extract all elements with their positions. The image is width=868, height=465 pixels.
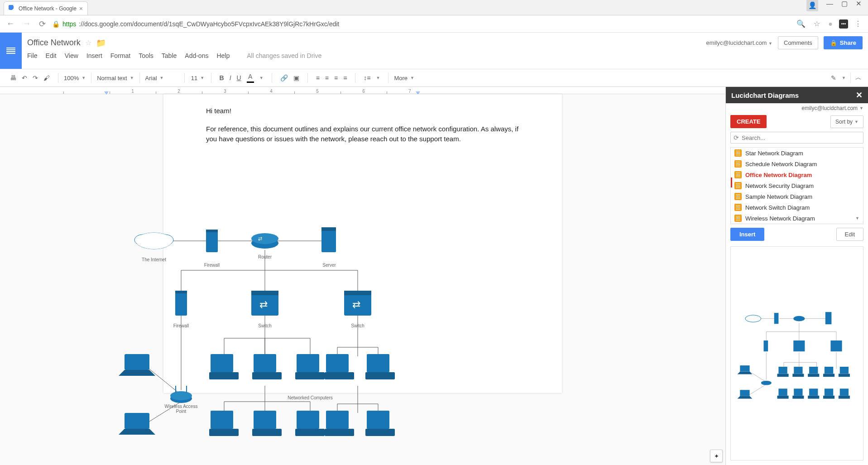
svg-rect-92 (778, 388, 787, 395)
svg-rect-94 (794, 388, 802, 395)
menu-table[interactable]: Table (162, 52, 177, 59)
close-panel-icon[interactable]: ✕ (856, 90, 863, 100)
paint-format-icon[interactable]: 🖌 (41, 72, 53, 83)
collapse-toolbar-icon[interactable]: ︿ (853, 72, 864, 84)
comment-icon[interactable]: ▣ (291, 72, 302, 83)
svg-marker-37 (119, 370, 155, 376)
extension-icon[interactable]: ••• (839, 19, 848, 29)
selection-indicator (731, 177, 732, 187)
menu-help[interactable]: Help (216, 52, 230, 59)
browser-tab[interactable]: Office Network - Google × (4, 1, 88, 15)
sort-by-button[interactable]: Sort by▼ (830, 115, 863, 128)
svg-rect-22 (321, 227, 336, 252)
search-box[interactable]: ⟳ (730, 132, 863, 144)
align-center-icon[interactable]: ≡ (322, 72, 331, 83)
zoom-dropdown[interactable]: 100%▼ (60, 73, 89, 83)
share-button[interactable]: 🔒 Share (824, 36, 863, 49)
svg-rect-52 (254, 411, 276, 429)
document-title[interactable]: Office Network (27, 38, 81, 48)
menu-tools[interactable]: Tools (139, 52, 153, 59)
refresh-icon[interactable]: ⟳ (734, 134, 739, 141)
align-left-icon[interactable]: ≡ (313, 72, 322, 83)
line-spacing-icon[interactable]: ↕≡ (361, 72, 373, 83)
extension-dot-icon[interactable]: ● (826, 20, 834, 28)
insert-button[interactable]: Insert (730, 228, 764, 241)
svg-rect-83 (777, 374, 789, 377)
explore-button[interactable]: ✦ (710, 450, 723, 462)
save-status: All changes saved in Drive (247, 52, 321, 59)
lucidchart-user-menu[interactable]: emilyc@lucidchart.com▼ (726, 103, 868, 113)
menu-edit[interactable]: Edit (46, 52, 57, 59)
lock-share-icon: 🔒 (830, 39, 837, 46)
more-toolbar-dropdown[interactable]: More▼ (390, 73, 418, 83)
svg-rect-56 (326, 411, 349, 429)
docs-toolbar: 🖶 ↶ ↷ 🖌 100%▼ Normal text▼ Arial▼ 11▼ B … (0, 69, 868, 87)
print-icon[interactable]: 🖶 (7, 72, 19, 83)
diagram-thumb-icon (734, 149, 742, 157)
account-icon[interactable]: 👤 (806, 0, 818, 11)
font-dropdown[interactable]: Arial▼ (142, 73, 182, 83)
docs-home-button[interactable] (0, 33, 22, 69)
svg-rect-36 (125, 354, 149, 370)
list-item-selected[interactable]: Office Network Diagram (731, 169, 863, 180)
svg-rect-93 (777, 395, 789, 398)
align-right-icon[interactable]: ≡ (331, 72, 340, 83)
align-justify-icon[interactable]: ≡ (340, 72, 350, 83)
svg-rect-54 (297, 411, 319, 429)
minimize-icon[interactable]: — (826, 0, 833, 11)
doc-greeting[interactable]: Hi team! (206, 106, 519, 116)
star-document-icon[interactable]: ☆ (85, 38, 91, 47)
diagram-list[interactable]: Star Network Diagram Schedule Network Di… (730, 147, 863, 224)
menu-addons[interactable]: Add-ons (185, 52, 208, 59)
close-window-icon[interactable]: ✕ (856, 0, 862, 11)
list-item[interactable]: Sample Network Diagram (731, 191, 863, 202)
forward-icon[interactable]: → (21, 19, 33, 29)
back-icon[interactable]: ← (5, 19, 16, 29)
search-input[interactable] (742, 134, 860, 141)
font-size-dropdown[interactable]: 11▼ (187, 73, 209, 83)
style-dropdown[interactable]: Normal text▼ (93, 73, 137, 83)
reload-icon[interactable]: ⟳ (37, 19, 48, 29)
list-item[interactable]: Wireless Network Diagram▼ (731, 213, 863, 224)
label-switch1: Switch (258, 323, 271, 328)
svg-rect-99 (823, 395, 834, 398)
svg-rect-49 (365, 372, 395, 379)
comments-button[interactable]: Comments (778, 36, 818, 49)
menu-file[interactable]: File (27, 52, 38, 59)
menu-format[interactable]: Format (110, 52, 130, 59)
zoom-icon[interactable]: 🔍 (795, 19, 807, 28)
list-item[interactable]: Star Network Diagram (731, 148, 863, 158)
list-item[interactable]: Schedule Network Diagram (731, 158, 863, 169)
menu-insert[interactable]: Insert (86, 52, 102, 59)
text-color-icon[interactable]: A (244, 72, 257, 85)
link-icon[interactable]: 🔗 (278, 72, 291, 83)
italic-icon[interactable]: I (227, 72, 234, 83)
doc-body[interactable]: For reference, this document outlines an… (206, 124, 519, 144)
tab-close-icon[interactable]: × (79, 5, 83, 12)
label-internet: The Internet (142, 257, 166, 262)
list-item[interactable]: Network Security Diagram (731, 180, 863, 191)
bold-icon[interactable]: B (217, 72, 227, 83)
redo-icon[interactable]: ↷ (30, 72, 41, 83)
maximize-icon[interactable]: ▢ (841, 0, 848, 11)
url-field[interactable]: 🔒 https://docs.google.com/document/d/1sq… (52, 20, 790, 28)
list-item[interactable]: Network Switch Diagram (731, 202, 863, 213)
svg-rect-47 (325, 372, 354, 379)
document-canvas[interactable]: 1 2 3 4 5 6 7 Hi team! For reference, th… (0, 87, 725, 465)
underline-icon[interactable]: U (234, 72, 244, 83)
user-email[interactable]: emilyc@lucidchart.com ▼ (706, 39, 772, 46)
text-color-dropdown-icon[interactable]: ▼ (257, 74, 266, 82)
menu-view[interactable]: View (65, 52, 78, 59)
edit-mode-icon[interactable]: ✎ (828, 72, 839, 83)
edit-button[interactable]: Edit (836, 228, 863, 241)
overflow-icon[interactable]: ⋮ (853, 19, 863, 28)
horizontal-ruler[interactable]: 1 2 3 4 5 6 7 (0, 87, 725, 94)
browser-address-bar: ← → ⟳ 🔒 https://docs.google.com/document… (0, 15, 868, 33)
create-button[interactable]: CREATE (730, 115, 767, 128)
svg-rect-82 (778, 367, 787, 374)
edit-mode-dropdown-icon[interactable]: ▼ (839, 74, 849, 82)
undo-icon[interactable]: ↶ (19, 72, 30, 83)
move-folder-icon[interactable]: 📁 (96, 38, 106, 48)
star-icon[interactable]: ☆ (812, 19, 822, 28)
line-spacing-dropdown-icon[interactable]: ▼ (373, 74, 383, 82)
